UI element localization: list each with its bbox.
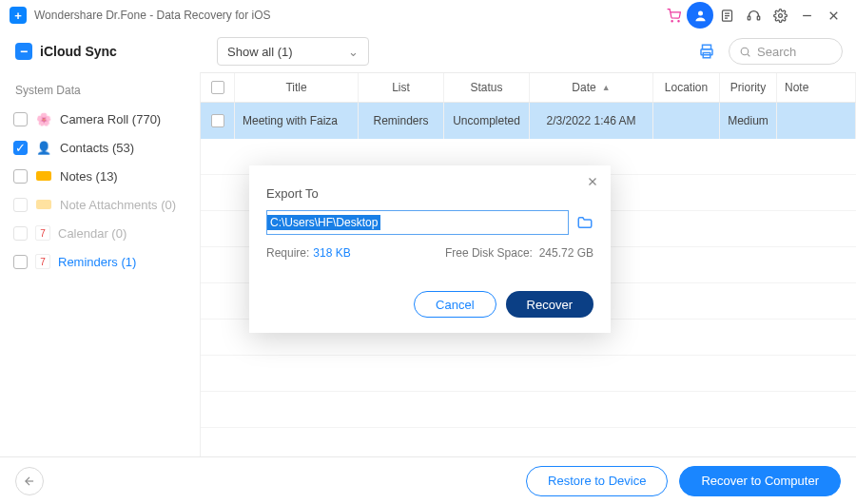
window-title: Wondershare Dr.Fone - Data Recovery for … <box>34 9 271 22</box>
col-status[interactable]: Status <box>444 73 530 102</box>
col-priority[interactable]: Priority <box>720 73 777 102</box>
svg-rect-4 <box>748 16 750 20</box>
sidebar-item-notes[interactable]: Notes (13) <box>6 162 194 190</box>
search-placeholder: Search <box>757 45 796 59</box>
export-path-input[interactable]: C:\Users\HF\Desktop <box>266 210 569 235</box>
cell-title: Meeting with Faiza <box>235 103 359 139</box>
filter-dropdown[interactable]: Show all (1) ⌄ <box>217 37 369 66</box>
svg-line-14 <box>748 54 749 56</box>
cell-date: 2/3/2022 1:46 AM <box>530 103 653 139</box>
checkbox[interactable] <box>13 226 28 241</box>
table-header: Title List Status Date▲ Location Priorit… <box>201 72 856 103</box>
calendar-icon: 7 <box>35 225 50 241</box>
cell-note <box>777 103 856 139</box>
close-window-icon[interactable] <box>820 2 846 29</box>
print-icon[interactable] <box>698 43 715 60</box>
cart-icon[interactable] <box>660 2 687 29</box>
sidebar-item-calendar[interactable]: 7 Calendar (0) <box>6 219 194 247</box>
photos-icon: 🌸 <box>35 110 52 127</box>
col-date[interactable]: Date▲ <box>530 73 653 102</box>
export-path-value: C:\Users\HF\Desktop <box>267 215 380 230</box>
filter-label: Show all (1) <box>227 45 293 59</box>
footer: Restore to Device Recover to Computer <box>0 456 856 504</box>
sidebar-item-label: Camera Roll (770) <box>60 112 161 126</box>
checkbox[interactable]: ✓ <box>13 141 28 155</box>
sort-asc-icon: ▲ <box>602 83 611 92</box>
require-label: Require:318 KB <box>266 246 351 260</box>
svg-rect-5 <box>757 16 760 20</box>
svg-point-1 <box>677 20 678 21</box>
support-headset-icon[interactable] <box>740 2 767 29</box>
section-heading: − iCloud Sync <box>0 43 200 60</box>
minimize-icon[interactable] <box>793 2 820 29</box>
free-space-label: Free Disk Space: 245.72 GB <box>445 246 593 260</box>
toolbar: − iCloud Sync Show all (1) ⌄ Search <box>0 30 856 72</box>
svg-point-2 <box>698 10 703 15</box>
cell-status: Uncompleted <box>444 103 530 139</box>
col-note[interactable]: Note <box>777 73 856 102</box>
account-avatar-icon[interactable] <box>687 2 713 29</box>
sidebar-item-camera-roll[interactable]: 🌸 Camera Roll (770) <box>6 105 194 133</box>
checkbox[interactable] <box>13 112 28 126</box>
section-heading-label: iCloud Sync <box>40 44 117 59</box>
export-modal: Export To C:\Users\HF\Desktop Require:31… <box>249 165 611 333</box>
sidebar-item-label: Contacts (53) <box>60 141 134 155</box>
svg-point-0 <box>671 20 672 21</box>
cell-location <box>653 103 720 139</box>
sidebar-item-label: Notes (13) <box>60 169 118 184</box>
attachments-icon <box>35 196 52 213</box>
feedback-icon[interactable] <box>713 2 740 29</box>
cell-list: Reminders <box>359 103 444 139</box>
require-value: 318 KB <box>313 246 350 260</box>
table-row[interactable]: Meeting with Faiza Reminders Uncompleted… <box>201 103 856 139</box>
col-title[interactable]: Title <box>235 73 359 102</box>
icloud-sync-icon: − <box>15 43 32 60</box>
restore-to-device-button[interactable]: Restore to Device <box>526 466 668 496</box>
svg-point-13 <box>741 48 749 55</box>
free-space-value: 245.72 GB <box>539 246 593 260</box>
search-icon <box>739 46 751 58</box>
row-checkbox[interactable] <box>211 114 224 127</box>
sidebar-item-label: Calendar (0) <box>58 226 126 241</box>
sidebar-item-note-attachments[interactable]: Note Attachments (0) <box>6 190 194 219</box>
recover-to-computer-button[interactable]: Recover to Computer <box>679 466 841 496</box>
sidebar-group-label: System Data <box>6 78 194 105</box>
checkbox[interactable] <box>13 255 28 269</box>
sidebar-item-contacts[interactable]: ✓ 👤 Contacts (53) <box>6 133 194 162</box>
sidebar-item-label: Note Attachments (0) <box>60 198 176 212</box>
titlebar: + Wondershare Dr.Fone - Data Recovery fo… <box>0 0 856 30</box>
settings-gear-icon[interactable] <box>767 2 793 29</box>
modal-cancel-button[interactable]: Cancel <box>414 291 496 318</box>
svg-point-6 <box>778 13 782 17</box>
modal-close-icon[interactable] <box>586 175 599 188</box>
back-button[interactable] <box>15 467 44 495</box>
chevron-down-icon: ⌄ <box>348 45 359 59</box>
modal-title: Export To <box>266 186 593 201</box>
reminders-icon: 7 <box>35 254 50 269</box>
checkbox[interactable] <box>13 198 28 212</box>
checkbox[interactable] <box>13 169 28 184</box>
browse-folder-icon[interactable] <box>576 214 593 231</box>
col-list[interactable]: List <box>359 73 444 102</box>
sidebar: System Data 🌸 Camera Roll (770) ✓ 👤 Cont… <box>0 72 200 456</box>
notes-icon <box>35 167 52 184</box>
app-logo-icon: + <box>10 7 27 24</box>
col-location[interactable]: Location <box>653 73 720 102</box>
cell-priority: Medium <box>720 103 777 139</box>
sidebar-item-label: Reminders (1) <box>58 255 136 269</box>
contacts-icon: 👤 <box>35 139 52 156</box>
search-input[interactable]: Search <box>729 38 843 65</box>
modal-recover-button[interactable]: Recover <box>506 291 593 318</box>
select-all-checkbox[interactable] <box>211 81 224 94</box>
sidebar-item-reminders[interactable]: 7 Reminders (1) <box>6 247 194 276</box>
